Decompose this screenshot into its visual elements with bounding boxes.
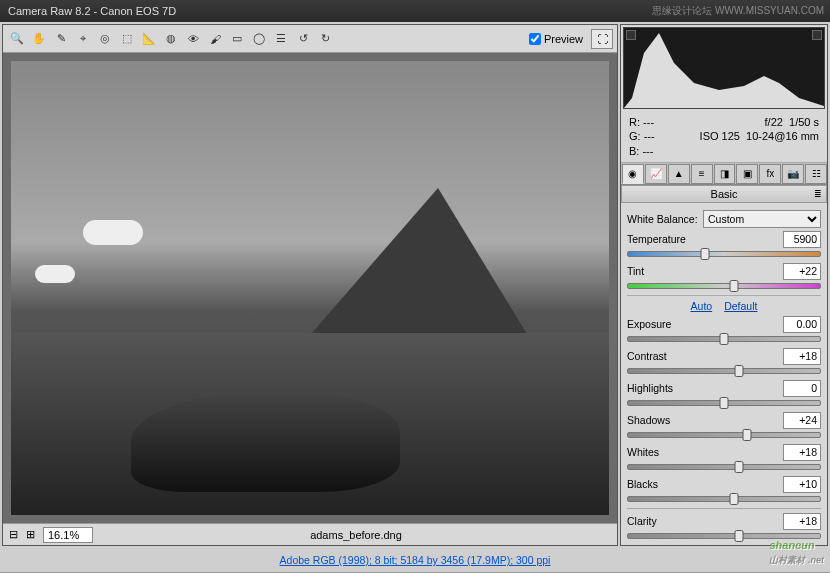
contrast-slider[interactable] bbox=[627, 368, 821, 374]
workflow-options-link[interactable]: Adobe RGB (1998); 8 bit; 5184 by 3456 (1… bbox=[0, 548, 830, 572]
tab-camera-icon[interactable]: 📷 bbox=[782, 164, 804, 184]
info-r: R: --- bbox=[629, 115, 655, 129]
tab-hsl-icon[interactable]: ≡ bbox=[691, 164, 713, 184]
watermark-top: 思缘设计论坛 WWW.MISSYUAN.COM bbox=[652, 4, 824, 18]
redeye-tool-icon[interactable]: 👁 bbox=[183, 29, 203, 49]
tint-label: Tint bbox=[627, 265, 699, 277]
histogram[interactable] bbox=[623, 27, 825, 109]
whites-input[interactable] bbox=[783, 444, 821, 461]
info-g: G: --- bbox=[629, 129, 655, 143]
default-link[interactable]: Default bbox=[724, 300, 757, 312]
image-preview-area[interactable] bbox=[3, 53, 617, 523]
exposure-input[interactable] bbox=[783, 316, 821, 333]
adjustment-brush-icon[interactable]: 🖌 bbox=[205, 29, 225, 49]
tab-lens-icon[interactable]: ▣ bbox=[736, 164, 758, 184]
zoom-out-icon[interactable]: ⊟ bbox=[9, 528, 18, 541]
shadows-input[interactable] bbox=[783, 412, 821, 429]
crop-tool-icon[interactable]: ⬚ bbox=[117, 29, 137, 49]
exposure-slider[interactable] bbox=[627, 336, 821, 342]
rotate-cw-icon[interactable]: ↻ bbox=[315, 29, 335, 49]
tab-fx-icon[interactable]: fx bbox=[759, 164, 781, 184]
histogram-curve bbox=[624, 28, 824, 108]
tab-split-icon[interactable]: ◨ bbox=[714, 164, 736, 184]
exif-info: R: --- G: --- B: --- f/22 1/50 s ISO 125… bbox=[621, 111, 827, 163]
info-b: B: --- bbox=[629, 144, 655, 158]
target-adjust-icon[interactable]: ◎ bbox=[95, 29, 115, 49]
radial-filter-icon[interactable]: ◯ bbox=[249, 29, 269, 49]
panel-header: Basic ≣ bbox=[621, 185, 827, 203]
rotate-ccw-icon[interactable]: ↺ bbox=[293, 29, 313, 49]
tool-toolbar: 🔍 ✋ ✎ ⌖ ◎ ⬚ 📐 ◍ 👁 🖌 ▭ ◯ ☰ ↺ ↻ Preview ⛶ bbox=[3, 25, 617, 53]
temperature-slider[interactable] bbox=[627, 251, 821, 257]
tint-input[interactable] bbox=[783, 263, 821, 280]
highlights-input[interactable] bbox=[783, 380, 821, 397]
tab-curve-icon[interactable]: 📈 bbox=[645, 164, 667, 184]
tab-presets-icon[interactable]: ☷ bbox=[805, 164, 827, 184]
status-bar: ⊟ ⊞ 16.1% adams_before.dng bbox=[3, 523, 617, 545]
preferences-icon[interactable]: ☰ bbox=[271, 29, 291, 49]
filename-label: adams_before.dng bbox=[101, 529, 611, 541]
tint-slider[interactable] bbox=[627, 283, 821, 289]
eyedropper-icon[interactable]: ✎ bbox=[51, 29, 71, 49]
right-panel: R: --- G: --- B: --- f/22 1/50 s ISO 125… bbox=[620, 24, 828, 546]
temp-label: Temperature bbox=[627, 233, 699, 245]
watermark-shancun: shancun山村素材 .net bbox=[769, 533, 824, 567]
spot-removal-icon[interactable]: ◍ bbox=[161, 29, 181, 49]
color-sampler-icon[interactable]: ⌖ bbox=[73, 29, 93, 49]
highlights-slider[interactable] bbox=[627, 400, 821, 406]
zoom-tool-icon[interactable]: 🔍 bbox=[7, 29, 27, 49]
zoom-in-icon[interactable]: ⊞ bbox=[26, 528, 35, 541]
hand-tool-icon[interactable]: ✋ bbox=[29, 29, 49, 49]
zoom-level-select[interactable]: 16.1% bbox=[43, 527, 93, 543]
fullscreen-button-icon[interactable]: ⛶ bbox=[591, 29, 613, 49]
clarity-input[interactable] bbox=[783, 513, 821, 530]
blacks-input[interactable] bbox=[783, 476, 821, 493]
left-panel: 🔍 ✋ ✎ ⌖ ◎ ⬚ 📐 ◍ 👁 🖌 ▭ ◯ ☰ ↺ ↻ Preview ⛶ bbox=[2, 24, 618, 546]
auto-link[interactable]: Auto bbox=[691, 300, 713, 312]
panel-menu-icon[interactable]: ≣ bbox=[814, 189, 822, 199]
blacks-slider[interactable] bbox=[627, 496, 821, 502]
preview-checkbox-input[interactable] bbox=[529, 33, 541, 45]
tab-detail-icon[interactable]: ▲ bbox=[668, 164, 690, 184]
preview-checkbox[interactable]: Preview bbox=[529, 33, 583, 45]
white-balance-select[interactable]: Custom bbox=[703, 210, 821, 228]
panel-tab-strip: ◉ 📈 ▲ ≡ ◨ ▣ fx 📷 ☷ bbox=[621, 163, 827, 185]
wb-label: White Balance: bbox=[627, 213, 699, 225]
basic-controls: White Balance: Custom Temperature Tint A… bbox=[621, 203, 827, 545]
tab-basic-icon[interactable]: ◉ bbox=[622, 164, 644, 184]
straighten-tool-icon[interactable]: 📐 bbox=[139, 29, 159, 49]
preview-image bbox=[11, 61, 609, 515]
shadows-slider[interactable] bbox=[627, 432, 821, 438]
whites-slider[interactable] bbox=[627, 464, 821, 470]
temperature-input[interactable] bbox=[783, 231, 821, 248]
window-title: Camera Raw 8.2 - Canon EOS 7D bbox=[8, 5, 176, 17]
graduated-filter-icon[interactable]: ▭ bbox=[227, 29, 247, 49]
contrast-input[interactable] bbox=[783, 348, 821, 365]
